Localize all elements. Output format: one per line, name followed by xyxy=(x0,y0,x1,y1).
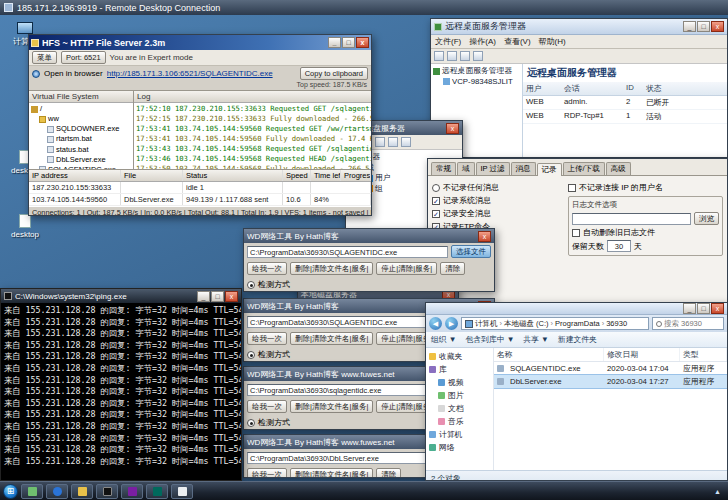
tab-domain[interactable]: 域 xyxy=(457,162,475,175)
keep-days-input[interactable]: 30 xyxy=(607,240,631,252)
wd-delete-button[interactable]: 删除|清除文件名|服务| xyxy=(290,400,373,413)
tray-expand-icon[interactable]: ▲ xyxy=(710,488,725,495)
choose-file-button[interactable]: 选择文件 xyxy=(451,245,491,258)
col-id[interactable]: ID xyxy=(623,82,643,95)
toolbar-icon[interactable] xyxy=(473,51,483,61)
rdp-title-bar[interactable]: 185.171.2.196:9919 - Remote Desktop Conn… xyxy=(0,0,728,15)
wd-delete-button[interactable]: 删除|清除文件名|服务| xyxy=(290,468,373,478)
rds-column-headers[interactable]: 用户 会话 ID 状态 xyxy=(523,82,727,96)
include-in-library-button[interactable]: 包含到库中 ▼ xyxy=(465,334,514,345)
start-button[interactable]: ⊞ xyxy=(3,484,18,499)
close-button[interactable]: x xyxy=(225,291,238,302)
wd-clear-button[interactable]: 清除 xyxy=(376,468,401,478)
explorer-sidebar[interactable]: 收藏夹 库 视频 图片 文档 音乐 计算机 网络 xyxy=(426,348,494,470)
no-log-radio[interactable] xyxy=(432,184,440,192)
close-button[interactable]: x xyxy=(356,37,369,48)
detect-mode-radio[interactable] xyxy=(247,281,255,289)
log-system-checkbox[interactable]: ✓ xyxy=(432,197,440,205)
menu-file[interactable]: 文件(F) xyxy=(435,36,461,47)
wd-delete-button[interactable]: 删除|清除文件名|服务| xyxy=(290,332,373,345)
wd-path-field[interactable]: C:\ProgramData\36930\sqlagentidc.exe xyxy=(247,384,448,396)
col-name[interactable]: 名称 xyxy=(494,348,604,361)
minimize-button[interactable]: _ xyxy=(683,303,696,314)
crumb-drive[interactable]: 本地磁盘 (C:) xyxy=(504,319,549,329)
crumb-folder[interactable]: 36930 xyxy=(606,319,627,328)
wd-title-bar[interactable]: WD网络工具 By Hath博客 x xyxy=(244,229,494,243)
close-button[interactable]: x xyxy=(478,231,491,242)
taskbar-cmd-button[interactable] xyxy=(96,484,118,499)
col-date[interactable]: 修改日期 xyxy=(604,348,680,361)
breadcrumb[interactable]: 计算机› 本地磁盘 (C:)› ProgramData› 36930 xyxy=(461,317,649,330)
tab-messages[interactable]: 消息 xyxy=(511,162,536,175)
wd-clear-button[interactable]: 清除 xyxy=(440,262,465,275)
maximize-button[interactable]: □ xyxy=(211,291,224,302)
minimize-button[interactable]: _ xyxy=(683,21,696,32)
organize-button[interactable]: 组织 ▼ xyxy=(431,334,456,345)
tab-logging[interactable]: 记录 xyxy=(537,163,562,176)
crumb-computer[interactable]: 计算机 xyxy=(475,319,498,329)
taskbar-rds-manager-button[interactable] xyxy=(146,484,168,499)
rds-session-row[interactable]: WEB RDP-Tcp#1 1 活动 xyxy=(523,110,727,124)
desktop-icon-2[interactable]: desktop xyxy=(2,214,48,239)
tree-item-file[interactable]: rtartsm.bat xyxy=(56,134,92,144)
toolbar-icon[interactable] xyxy=(375,137,385,147)
auto-delete-checkbox[interactable] xyxy=(572,229,580,237)
tree-item-file[interactable]: status.bat xyxy=(56,145,89,155)
hfs-url-link[interactable]: http://185.171.3.106:6521/SQLAGENTIDC.ex… xyxy=(107,69,273,78)
hfs-copy-button[interactable]: Copy to clipboard xyxy=(300,67,368,80)
tree-item-root[interactable]: / xyxy=(40,104,42,114)
toolbar-icon[interactable] xyxy=(447,51,457,61)
tree-item-file[interactable]: DbLServer.exe xyxy=(56,155,106,165)
sidebar-item-favorites[interactable]: 收藏夹 xyxy=(426,350,493,363)
cmd-title-bar[interactable]: C:\Windows\system32\ping.exe _ □ x xyxy=(1,289,241,303)
no-ip-username-checkbox[interactable] xyxy=(568,184,576,192)
file-row[interactable]: SQLAGENTIDC.exe 2020-03-04 17:04 应用程序 xyxy=(494,362,727,375)
transfer-row[interactable]: 187.230.210.155:33633 idle 1 xyxy=(29,182,371,194)
rds-session-row[interactable]: WEB admin. 2 已断开 xyxy=(523,96,727,110)
browse-button[interactable]: 浏览 xyxy=(694,212,719,225)
col-user[interactable]: 用户 xyxy=(523,82,561,95)
rds-title-bar[interactable]: 远程桌面服务管理器 _ □ x xyxy=(431,19,727,35)
sidebar-item-music[interactable]: 音乐 xyxy=(426,415,493,428)
close-button[interactable]: x xyxy=(711,303,724,314)
col-status[interactable]: Status xyxy=(183,170,283,181)
taskbar[interactable]: ⊞ ▲ xyxy=(0,481,728,500)
vfs-tree[interactable]: / ww SQLDOWNER.exe rtartsm.bat status.ba… xyxy=(29,103,133,169)
back-button[interactable]: ◀ xyxy=(429,317,442,330)
tree-item-file[interactable]: SQLDOWNER.exe xyxy=(56,124,119,134)
col-ip-address[interactable]: IP address xyxy=(29,170,121,181)
menu-action[interactable]: 操作(A) xyxy=(469,36,496,47)
sidebar-item-network[interactable]: 网络 xyxy=(426,441,493,454)
toolbar-icon[interactable] xyxy=(434,51,444,61)
search-box[interactable] xyxy=(652,317,724,330)
hfs-title-bar[interactable]: HFS ~ HTTP File Server 2.3m _ □ x xyxy=(29,35,371,50)
tree-item-file[interactable]: SQLAGENTIDC.exe xyxy=(48,165,116,169)
sidebar-item-libraries[interactable]: 库 xyxy=(426,363,493,376)
file-list[interactable]: 名称 修改日期 类型 SQLAGENTIDC.exe 2020-03-04 17… xyxy=(494,348,727,470)
maximize-button[interactable]: □ xyxy=(342,37,355,48)
file-row-selected[interactable]: DbLServer.exe 2020-03-04 17:27 应用程序 xyxy=(494,375,727,388)
rds-tree-root[interactable]: 远程桌面服务管理器 xyxy=(442,66,512,77)
tree-item-users[interactable]: 用户 xyxy=(375,173,391,184)
hfs-menu-button[interactable]: 菜单 xyxy=(32,51,57,64)
toolbar-icon[interactable] xyxy=(401,137,411,147)
minimize-button[interactable]: _ xyxy=(197,291,210,302)
taskbar-hfs-button[interactable] xyxy=(121,484,143,499)
minimize-button[interactable]: _ xyxy=(328,37,341,48)
taskbar-internet-explorer-button[interactable] xyxy=(46,484,68,499)
config-tabs[interactable]: 常规 域 IP 过滤 消息 记录 上传/下载 高级 xyxy=(428,159,727,175)
wd-run-once-button[interactable]: 给我一次 xyxy=(247,262,287,275)
transfer-row[interactable]: 103.74.105.144:59560 DbLServer.exe 949.1… xyxy=(29,194,371,206)
taskbar-notepad-button[interactable] xyxy=(171,484,193,499)
tab-advanced[interactable]: 高级 xyxy=(606,162,631,175)
close-button[interactable]: x xyxy=(711,21,724,32)
tab-general[interactable]: 常规 xyxy=(431,162,456,175)
col-speed[interactable]: Speed xyxy=(283,170,311,181)
toolbar-icon[interactable] xyxy=(388,137,398,147)
cmd-output[interactable]: 来自 155.231.128.28 的回复: 字节=32 时间=4ms TTL=… xyxy=(1,303,241,481)
maximize-button[interactable]: □ xyxy=(697,303,710,314)
toolbar-icon[interactable] xyxy=(460,51,470,61)
hfs-port-button[interactable]: Port: 6521 xyxy=(61,51,106,64)
wd-path-field[interactable]: C:\ProgramData\36930\SQLAGENTIDC.exe xyxy=(247,316,448,328)
search-input[interactable] xyxy=(664,319,716,328)
